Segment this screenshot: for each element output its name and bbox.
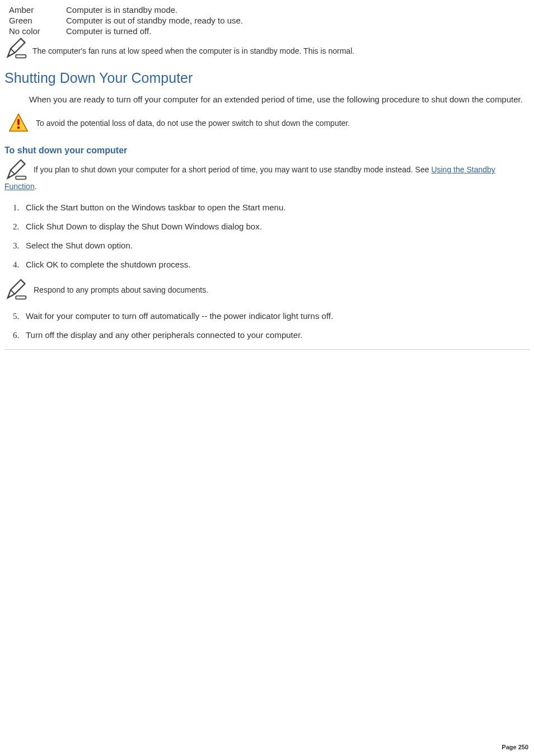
step-text: Turn off the display and any other perip… — [26, 330, 302, 340]
step-item: Click OK to complete the shutdown proces… — [21, 260, 530, 270]
status-row: Green Computer is out of standby mode, r… — [4, 15, 243, 26]
warning-icon — [8, 113, 29, 133]
status-row: Amber Computer is in standby mode. — [4, 4, 243, 15]
step-text: Wait for your computer to turn off autom… — [26, 311, 333, 321]
note-standby: If you plan to shut down your computer f… — [4, 159, 530, 192]
status-label: No color — [4, 26, 66, 36]
step-text: Click the Start button on the Windows ta… — [26, 203, 285, 212]
status-label: Amber — [4, 4, 66, 15]
step-text: Select the Shut down option. — [26, 241, 133, 250]
step-item: Click Shut Down to display the Shut Down… — [21, 222, 530, 232]
heading-shutdown: Shutting Down Your Computer — [4, 70, 530, 86]
step-item: Select the Shut down option. — [21, 241, 530, 251]
note-fan: The computer's fan runs at low speed whe… — [4, 37, 530, 60]
steps-list: Click the Start button on the Windows ta… — [21, 203, 530, 270]
note-standby-pre: If you plan to shut down your computer f… — [34, 165, 432, 174]
status-desc: Computer is in standby mode. — [66, 4, 243, 15]
intro-paragraph: When you are ready to turn off your comp… — [29, 94, 530, 105]
status-desc: Computer is out of standby mode, ready t… — [66, 15, 243, 26]
status-desc: Computer is turned off. — [66, 26, 243, 36]
pen-icon — [4, 37, 29, 60]
step-text: Click Shut Down to display the Shut Down… — [26, 222, 262, 231]
step-text: Click OK to complete the shutdown proces… — [26, 260, 190, 269]
divider — [4, 349, 530, 350]
note-respond: Respond to any prompts about saving docu… — [4, 279, 530, 301]
pen-icon — [4, 279, 29, 301]
status-label: Green — [4, 15, 66, 26]
subheading-shutdown: To shut down your computer — [4, 145, 530, 156]
warning-text: To avoid the potential loss of data, do … — [36, 119, 350, 128]
note-text: The computer's fan runs at low speed whe… — [32, 37, 354, 55]
page-number: Page 250 — [502, 744, 528, 750]
steps-list-continued: Wait for your computer to turn off autom… — [21, 311, 530, 340]
step-item: Click the Start button on the Windows ta… — [21, 203, 530, 213]
step-item: Wait for your computer to turn off autom… — [21, 311, 530, 321]
step-item: Turn off the display and any other perip… — [21, 330, 530, 340]
note-standby-post: . — [35, 182, 37, 191]
note-text: Respond to any prompts about saving docu… — [34, 285, 208, 294]
warning-block: To avoid the potential loss of data, do … — [8, 113, 530, 133]
pen-icon — [4, 159, 29, 181]
status-row: No color Computer is turned off. — [4, 26, 243, 36]
status-table: Amber Computer is in standby mode. Green… — [4, 4, 243, 36]
